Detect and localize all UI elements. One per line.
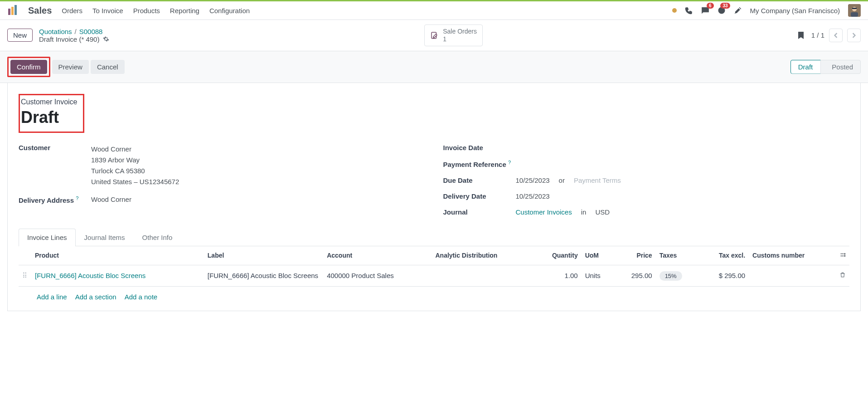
- pager-next-button[interactable]: [847, 29, 861, 42]
- text-in: in: [581, 208, 587, 216]
- tools-icon[interactable]: [734, 6, 742, 15]
- th-tax-excl: Tax excl.: [699, 246, 749, 265]
- value-customer[interactable]: Wood Corner 1839 Arbor Way Turlock CA 95…: [91, 144, 425, 187]
- cell-account[interactable]: 400000 Product Sales: [323, 265, 432, 286]
- customer-name: Wood Corner: [91, 144, 425, 155]
- th-taxes: Taxes: [656, 246, 700, 265]
- nav-reporting[interactable]: Reporting: [170, 7, 199, 15]
- nav-to-invoice[interactable]: To Invoice: [92, 7, 123, 15]
- svg-rect-2: [15, 5, 17, 15]
- breadcrumb-quotations[interactable]: Quotations: [39, 28, 72, 35]
- help-icon[interactable]: ?: [508, 160, 511, 165]
- tab-journal-items[interactable]: Journal Items: [76, 229, 134, 246]
- navbar-right: 6 33 My Company (San Francisco): [672, 4, 861, 17]
- nav-configuration[interactable]: Configuration: [209, 7, 250, 15]
- user-avatar[interactable]: [848, 4, 861, 17]
- label-delivery-address: Delivery Address ?: [19, 195, 91, 204]
- customer-addr2: Turlock CA 95380: [91, 166, 425, 176]
- delete-row-icon[interactable]: [836, 265, 849, 286]
- value-due-date[interactable]: 10/25/2023: [516, 176, 550, 184]
- svg-rect-7: [852, 8, 857, 9]
- svg-rect-0: [8, 9, 10, 15]
- new-button[interactable]: New: [7, 29, 33, 42]
- column-options-icon[interactable]: [836, 246, 849, 265]
- cell-taxes[interactable]: 15%: [656, 265, 700, 286]
- cell-price[interactable]: 295.00: [615, 265, 656, 286]
- status-bar: Draft Posted: [790, 60, 861, 74]
- th-quantity: Quantity: [533, 246, 581, 265]
- notebook-tabs: Invoice Lines Journal Items Other Info: [19, 229, 849, 246]
- label-payment-reference: Payment Reference ?: [443, 160, 516, 168]
- value-payment-terms[interactable]: Payment Terms: [574, 176, 621, 184]
- help-icon[interactable]: ?: [76, 195, 78, 201]
- add-section-link[interactable]: Add a section: [75, 293, 116, 301]
- invoice-lines-table: Product Label Account Analytic Distribut…: [19, 246, 849, 307]
- activities-badge: 33: [720, 3, 730, 9]
- table-row[interactable]: ⠿ [FURN_6666] Acoustic Bloc Screens [FUR…: [19, 265, 849, 286]
- label-customer: Customer: [19, 144, 91, 151]
- phone-icon[interactable]: [685, 6, 693, 15]
- pager-text: 1 / 1: [811, 31, 824, 39]
- stat-count: 1: [443, 35, 477, 43]
- cell-label[interactable]: [FURN_6666] Acoustic Bloc Screens: [204, 265, 323, 286]
- company-selector[interactable]: My Company (San Francisco): [750, 7, 840, 15]
- highlight-confirm: Confirm: [7, 57, 50, 77]
- messages-badge: 6: [707, 3, 714, 9]
- drag-handle-icon[interactable]: ⠿: [19, 265, 31, 286]
- breadcrumb-order-ref[interactable]: S00088: [79, 28, 103, 35]
- confirm-button[interactable]: Confirm: [10, 60, 47, 74]
- action-bar: Confirm Preview Cancel Draft Posted: [0, 51, 868, 83]
- tax-pill[interactable]: 15%: [659, 271, 682, 281]
- cancel-button[interactable]: Cancel: [91, 60, 125, 74]
- svg-point-10: [844, 255, 845, 256]
- preview-button[interactable]: Preview: [52, 60, 89, 74]
- add-line-link[interactable]: Add a line: [37, 293, 67, 301]
- gear-icon[interactable]: [103, 36, 109, 42]
- breadcrumb-bar: New Quotations / S00088 Draft Invoice (*…: [0, 20, 868, 51]
- breadcrumb-separator: /: [75, 28, 77, 35]
- customer-addr1: 1839 Arbor Way: [91, 155, 425, 166]
- tab-other-info[interactable]: Other Info: [134, 229, 181, 246]
- top-navbar: Sales Orders To Invoice Products Reporti…: [0, 0, 868, 20]
- cell-quantity[interactable]: 1.00: [533, 265, 581, 286]
- app-name[interactable]: Sales: [28, 5, 52, 16]
- svg-rect-6: [851, 12, 858, 17]
- cell-product[interactable]: [FURN_6666] Acoustic Bloc Screens: [31, 265, 204, 286]
- label-due-date: Due Date: [443, 176, 516, 184]
- activities-icon[interactable]: 33: [718, 6, 726, 15]
- status-posted[interactable]: Posted: [820, 60, 861, 74]
- value-delivery-address[interactable]: Wood Corner: [91, 195, 425, 203]
- svg-rect-1: [11, 7, 14, 15]
- bookmark-icon[interactable]: [798, 31, 804, 39]
- stat-label: Sale Orders: [443, 28, 477, 35]
- label-journal: Journal: [443, 208, 516, 216]
- nav-orders[interactable]: Orders: [62, 7, 82, 15]
- status-draft[interactable]: Draft: [790, 60, 825, 74]
- value-delivery-date[interactable]: 10/25/2023: [516, 192, 850, 200]
- highlight-title: Customer Invoice Draft: [19, 94, 84, 133]
- messages-icon[interactable]: 6: [701, 6, 709, 15]
- nav-products[interactable]: Products: [133, 7, 160, 15]
- title-label: Customer Invoice: [21, 98, 78, 106]
- value-journal[interactable]: Customer Invoices: [516, 208, 572, 216]
- add-note-link[interactable]: Add a note: [125, 293, 158, 301]
- cell-tax-excl[interactable]: $ 295.00: [699, 265, 749, 286]
- th-account: Account: [323, 246, 432, 265]
- cell-customs[interactable]: [749, 265, 836, 286]
- label-invoice-date: Invoice Date: [443, 144, 516, 151]
- status-dot-icon[interactable]: [672, 8, 677, 13]
- cell-analytic[interactable]: [432, 265, 533, 286]
- sale-orders-stat[interactable]: Sale Orders 1: [424, 24, 483, 46]
- th-label: Label: [204, 246, 323, 265]
- th-uom: UoM: [582, 246, 615, 265]
- app-logo-icon[interactable]: [7, 5, 18, 16]
- cell-uom[interactable]: Units: [582, 265, 615, 286]
- pager-prev-button[interactable]: [829, 29, 843, 42]
- edit-icon: [430, 31, 438, 39]
- value-currency[interactable]: USD: [595, 208, 610, 216]
- breadcrumb-current: Draft Invoice (* 490): [39, 35, 99, 43]
- svg-point-9: [844, 253, 845, 254]
- th-product: Product: [31, 246, 204, 265]
- tab-invoice-lines[interactable]: Invoice Lines: [19, 229, 76, 246]
- customer-addr3: United States – US12345672: [91, 176, 425, 187]
